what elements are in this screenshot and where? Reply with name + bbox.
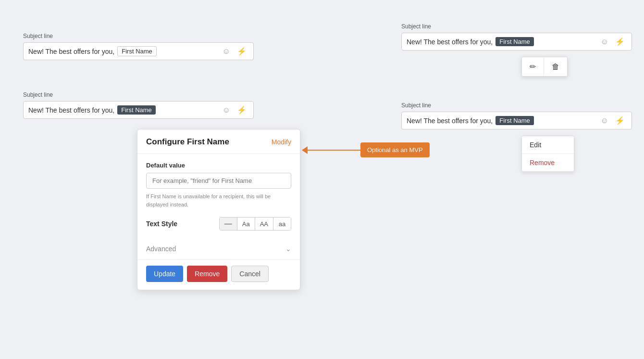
- tag-pill-top-right[interactable]: First Name: [495, 37, 534, 46]
- subject-input-row-top-left[interactable]: New! The best offers for you, First Name…: [23, 42, 254, 60]
- tag-pill-top-left[interactable]: First Name: [117, 46, 157, 56]
- style-btn-upper[interactable]: AA: [255, 218, 273, 230]
- emoji-btn-top-left[interactable]: ☺: [221, 46, 232, 57]
- configure-footer: Update Remove Cancel: [137, 260, 300, 290]
- subject-input-row-mid-right[interactable]: New! The best offers for you, First Name…: [401, 112, 632, 129]
- advanced-row[interactable]: Advanced ⌄: [137, 238, 300, 260]
- dropdown-remove-item[interactable]: Remove: [522, 154, 574, 171]
- style-btn-default[interactable]: —: [220, 218, 237, 230]
- optional-mvp-tooltip: Optional as an MVP: [360, 142, 430, 157]
- configure-title: Configure First Name: [146, 137, 229, 147]
- dropdown-edit-item[interactable]: Edit: [522, 136, 574, 154]
- default-value-label: Default value: [146, 162, 291, 169]
- emoji-btn-top-right[interactable]: ☺: [599, 37, 610, 47]
- subject-label-top-left: Subject line: [23, 33, 254, 39]
- subject-input-row-top-right[interactable]: New! The best offers for you, First Name…: [401, 33, 632, 51]
- edit-icon-btn[interactable]: ✏: [522, 57, 544, 76]
- arrow-line: [308, 150, 360, 151]
- lightning-btn-mid-right[interactable]: ⚡: [613, 115, 627, 126]
- configure-header: Configure First Name Modify: [137, 129, 300, 154]
- subject-section-top-right: Subject line New! The best offers for yo…: [401, 23, 632, 51]
- subject-text-top-left: New! The best offers for you,: [28, 48, 114, 55]
- hint-text: If First Name is unavailable for a recip…: [146, 192, 291, 208]
- modify-link[interactable]: Modify: [272, 138, 291, 146]
- chevron-down-icon: ⌄: [285, 245, 291, 253]
- text-style-row: Text Style — Aa AA aa: [146, 217, 291, 231]
- lightning-btn-top-left[interactable]: ⚡: [235, 46, 248, 57]
- subject-text-top-right: New! The best offers for you,: [407, 38, 493, 46]
- subject-label-mid-left: Subject line: [23, 91, 254, 98]
- emoji-btn-mid-left[interactable]: ☺: [221, 105, 232, 115]
- advanced-label: Advanced: [146, 245, 176, 253]
- subject-label-top-right: Subject line: [401, 23, 632, 30]
- style-btn-lower[interactable]: aa: [273, 218, 291, 230]
- subject-text-mid-left: New! The best offers for you,: [28, 106, 114, 114]
- subject-text-mid-right: New! The best offers for you,: [407, 117, 493, 125]
- edit-delete-popup: ✏ 🗑: [521, 57, 568, 77]
- subject-section-top-left: Subject line New! The best offers for yo…: [23, 33, 254, 60]
- arrow-head-icon: [302, 146, 308, 154]
- subject-label-mid-right: Subject line: [401, 102, 632, 109]
- text-style-label: Text Style: [146, 220, 177, 228]
- delete-icon-btn[interactable]: 🗑: [544, 57, 567, 76]
- style-btn-title[interactable]: Aa: [237, 218, 255, 230]
- default-value-input[interactable]: [146, 173, 291, 189]
- lightning-btn-mid-left[interactable]: ⚡: [235, 104, 248, 115]
- cancel-button[interactable]: Cancel: [231, 266, 269, 282]
- edit-remove-dropdown: Edit Remove: [521, 136, 574, 172]
- tag-pill-mid-left[interactable]: First Name: [117, 105, 156, 115]
- update-button[interactable]: Update: [146, 266, 183, 282]
- style-btn-group: — Aa AA aa: [219, 217, 291, 231]
- subject-section-mid-left: Subject line New! The best offers for yo…: [23, 91, 254, 119]
- lightning-btn-top-right[interactable]: ⚡: [613, 36, 627, 47]
- configure-panel: Configure First Name Modify Default valu…: [137, 129, 300, 290]
- subject-section-mid-right: Subject line New! The best offers for yo…: [401, 102, 632, 129]
- configure-body: Default value If First Name is unavailab…: [137, 154, 300, 238]
- remove-button[interactable]: Remove: [187, 266, 227, 282]
- emoji-btn-mid-right[interactable]: ☺: [599, 115, 610, 126]
- subject-input-row-mid-left[interactable]: New! The best offers for you, First Name…: [23, 101, 254, 119]
- arrow-tooltip-container: Optional as an MVP: [302, 142, 430, 157]
- tag-pill-mid-right[interactable]: First Name: [495, 116, 534, 125]
